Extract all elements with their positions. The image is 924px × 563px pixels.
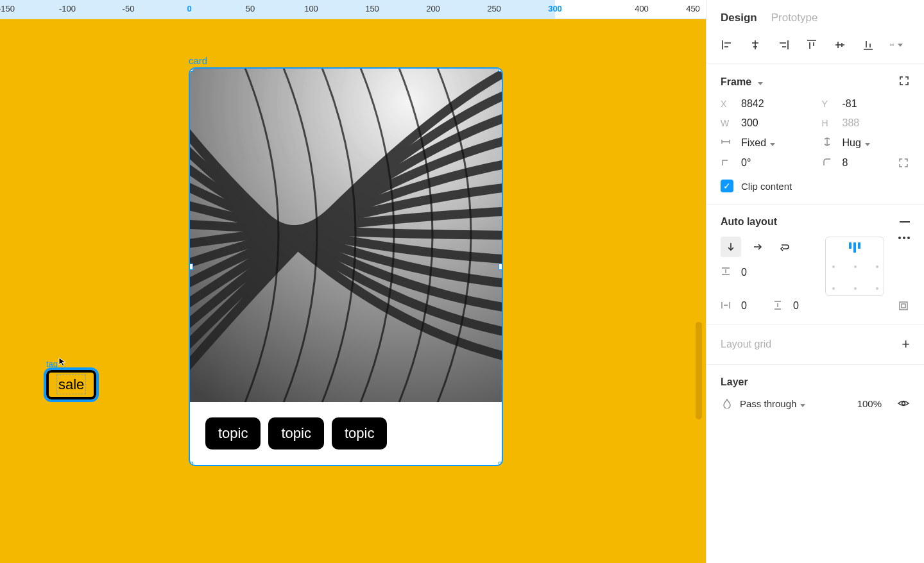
remove-auto-layout-icon[interactable] — [900, 221, 910, 223]
selection-handle[interactable] — [189, 462, 193, 466]
clip-content-label: Clip content — [741, 181, 792, 192]
align-center-h-icon[interactable] — [749, 38, 762, 51]
card-frame[interactable]: topic topic topic 300 × Hug — [189, 67, 503, 466]
tab-prototype[interactable]: Prototype — [771, 12, 818, 24]
checkbox-checked-icon[interactable]: ✓ — [721, 180, 733, 192]
align-center-v-icon[interactable] — [834, 38, 846, 51]
alignment-box[interactable] — [825, 237, 884, 296]
panel-tabs: Design Prototype — [706, 0, 924, 33]
resize-to-fit-icon[interactable] — [898, 75, 910, 89]
layout-grid-title: Layout grid — [721, 339, 771, 350]
align-bottom-icon[interactable] — [862, 38, 875, 51]
frame-section-title[interactable]: Frame — [721, 76, 763, 88]
frame-section: Frame X8842 Y-81 W300 H388 Fixed Hug 0° — [706, 63, 924, 205]
svg-rect-1 — [900, 302, 907, 310]
visibility-icon[interactable] — [897, 397, 910, 410]
align-top-icon[interactable] — [805, 38, 818, 51]
selection-handle[interactable] — [499, 67, 503, 72]
ruler-tick: 300 — [548, 4, 562, 13]
tag-element[interactable]: sale — [46, 370, 96, 399]
card-frame-wrap[interactable]: card — [189, 55, 503, 466]
padding-horizontal-field[interactable]: 0 — [721, 300, 747, 312]
layout-grid-section: Layout grid + — [706, 324, 924, 365]
selection-handle[interactable] — [499, 264, 503, 270]
layer-title: Layer — [721, 376, 748, 388]
distribute-icon[interactable] — [890, 38, 903, 51]
svg-rect-2 — [902, 304, 905, 308]
width-field[interactable]: W300 — [721, 117, 809, 129]
vertical-scrollbar[interactable] — [696, 322, 702, 419]
auto-layout-title: Auto layout — [721, 216, 777, 228]
ruler-tick: -150 — [0, 4, 15, 13]
tag-frame[interactable]: tag sale — [46, 359, 96, 399]
align-left-icon[interactable] — [721, 38, 733, 51]
clip-content-row[interactable]: ✓ Clip content — [721, 180, 910, 192]
blend-mode-icon[interactable] — [721, 397, 733, 410]
alignment-row — [706, 33, 924, 63]
x-field[interactable]: X8842 — [721, 98, 809, 110]
height-field[interactable]: H388 — [822, 117, 911, 129]
align-right-icon[interactable] — [777, 38, 790, 51]
selection-handle[interactable] — [189, 264, 193, 270]
auto-layout-section: Auto layout 0 — [706, 205, 924, 324]
svg-point-3 — [902, 402, 905, 405]
frame-label[interactable]: card — [189, 55, 503, 66]
opacity-field[interactable]: 100% — [857, 398, 882, 409]
gap-field[interactable]: 0 — [721, 266, 795, 278]
ruler-tick: 150 — [365, 4, 379, 13]
ruler-tick: -100 — [59, 4, 76, 13]
tab-design[interactable]: Design — [721, 12, 757, 24]
horizontal-ruler[interactable]: -150 -100 -50 0 50 100 150 200 250 300 4… — [0, 0, 706, 19]
topic-tag[interactable]: topic — [332, 417, 387, 450]
ruler-tick: 450 — [686, 4, 700, 13]
direction-vertical-button[interactable] — [721, 237, 741, 257]
y-field[interactable]: Y-81 — [822, 98, 911, 110]
auto-layout-more-icon[interactable] — [898, 237, 910, 239]
frame-label[interactable]: tag — [46, 359, 96, 369]
ruler-tick: 100 — [304, 4, 318, 13]
tag-text: sale — [56, 374, 86, 394]
inspector-panel: Design Prototype Frame X8842 Y-81 W300 H… — [706, 0, 924, 563]
rotation-field[interactable]: 0° — [721, 156, 809, 169]
ruler-tick: 250 — [487, 4, 501, 13]
topic-tag[interactable]: topic — [268, 417, 323, 450]
card-image[interactable] — [190, 69, 502, 402]
corner-radius-field[interactable]: 8 — [822, 156, 911, 169]
blend-mode-select[interactable]: Pass through — [740, 398, 805, 409]
ruler-tick: 200 — [426, 4, 440, 13]
ruler-tick: 0 — [187, 4, 191, 13]
topic-tag[interactable]: topic — [205, 417, 261, 450]
selection-handle[interactable] — [499, 462, 503, 466]
ruler-tick: 400 — [635, 4, 649, 13]
card-footer[interactable]: topic topic topic — [190, 402, 502, 465]
independent-corners-icon[interactable] — [897, 156, 910, 169]
padding-vertical-field[interactable]: 0 — [773, 300, 799, 312]
independent-padding-icon[interactable] — [897, 299, 910, 312]
layer-section: Layer Pass through 100% — [706, 365, 924, 421]
width-resize-mode[interactable]: Fixed — [721, 137, 809, 149]
ruler-tick: 50 — [246, 4, 255, 13]
direction-horizontal-button[interactable] — [748, 237, 768, 257]
add-layout-grid-icon[interactable]: + — [902, 336, 910, 353]
canvas[interactable]: -150 -100 -50 0 50 100 150 200 250 300 4… — [0, 0, 706, 563]
selection-handle[interactable] — [189, 67, 193, 72]
height-resize-mode[interactable]: Hug — [822, 137, 911, 149]
direction-wrap-button[interactable] — [774, 237, 795, 257]
ruler-tick: -50 — [123, 4, 135, 13]
